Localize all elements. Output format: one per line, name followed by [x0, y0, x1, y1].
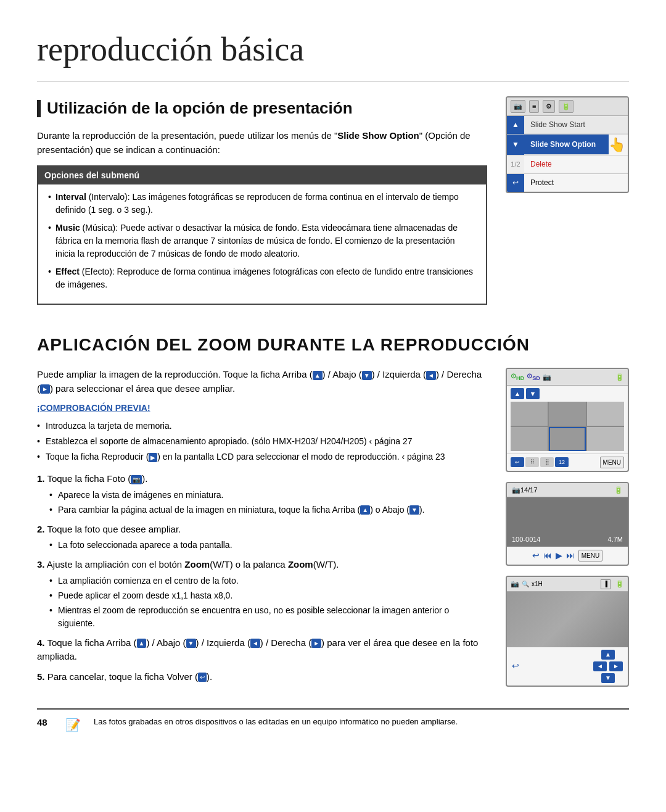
camera-ui-2-header: ⊙HD ⊙SD 📷 🔋: [507, 369, 628, 386]
list-item: Mientras el zoom de reproducción se encu…: [49, 604, 487, 630]
nav-back-btn[interactable]: ↩: [507, 174, 524, 192]
menu-btn-2[interactable]: MENU: [600, 457, 624, 468]
menu-delete[interactable]: Delete: [524, 155, 628, 173]
zoom-lr-row: ◄ ►: [593, 661, 623, 671]
back-icon: ↩: [198, 673, 207, 682]
camera-ui-2-footer: ↩ ⠿ ⣿ 12 MENU: [507, 454, 628, 471]
arrow-right-icon: ►: [40, 384, 50, 394]
camera-ui-1: 📷 ≡ ⚙ 🔋 ▲ Slide Show Start ▼ Slide Show …: [506, 96, 629, 193]
zoomed-photo-display: [507, 592, 628, 647]
grid-large-btn[interactable]: ⣿: [540, 457, 554, 467]
submenu-title: Opciones del submenú: [38, 167, 486, 184]
hand-pointer-icon: 👆: [609, 135, 625, 155]
photo-icon-2: 📷: [543, 372, 551, 383]
nav-up-btn-2[interactable]: ▲: [511, 388, 524, 399]
counter-3: 14/17: [520, 485, 538, 495]
back-btn-4[interactable]: ↩: [512, 660, 519, 673]
zoom-intro: Puede ampliar la imagen de la reproducci…: [37, 368, 487, 396]
submenu-box: Opciones del submenú Interval (Intervalo…: [37, 165, 487, 305]
list-item: Establezca el soporte de almacenamiento …: [37, 435, 487, 448]
step-4: 4. Toque la ficha Arriba (▲) / Abajo (▼)…: [37, 636, 487, 664]
thumbnail[interactable]: [511, 427, 548, 451]
section2-title: APLICACIÓN DEL ZOOM DURANTE LA REPRODUCC…: [37, 332, 629, 358]
battery-icon-2: 🔋: [615, 372, 624, 383]
zoom-label: 🔍: [522, 579, 529, 589]
menu-protect[interactable]: Protect: [524, 174, 628, 192]
arrow-up-2-icon: ▲: [137, 639, 147, 648]
section1-title: Utilización de la opción de presentación: [37, 96, 487, 120]
list-item: La ampliación comienza en el centro de l…: [49, 574, 487, 587]
menu-slide-show-start[interactable]: Slide Show Start: [524, 116, 628, 134]
check-list: Introduzca la tarjeta de memoria. Establ…: [37, 420, 487, 463]
nav-down-btn[interactable]: ▼: [507, 135, 524, 155]
comprobacion-title: ¡COMPROBACIÓN PREVIA!: [37, 402, 487, 415]
main-title: reproducción básica: [37, 25, 629, 81]
numbered-list: 1. Toque la ficha Foto (📷). Aparece la v…: [37, 472, 487, 684]
list-item: Aparece la vista de imágenes en miniatur…: [49, 489, 487, 502]
step-5: 5. Para cancelar, toque la ficha Volver …: [37, 670, 487, 684]
menu-btn-3[interactable]: MENU: [578, 550, 602, 561]
thumbnail-grid: [511, 402, 624, 451]
zoom-nav-4: ▲ ◄ ► ▼: [593, 650, 623, 683]
photo-icon: 📷: [131, 475, 142, 484]
list-item: Introduzca la tarjeta de memoria.: [37, 420, 487, 433]
zoom-down-btn[interactable]: ▼: [601, 673, 615, 683]
note-icon: 📝: [65, 716, 84, 734]
cam-icon-menu: ≡: [529, 100, 539, 113]
list-item: Toque la ficha Reproducir (▶) en la pant…: [37, 450, 487, 463]
grid-small-btn[interactable]: ⠿: [525, 457, 539, 467]
prev-btn-3[interactable]: ⏮: [543, 549, 552, 562]
back-btn-3[interactable]: ↩: [532, 549, 540, 562]
camera-menu-nav-up: ▲ Slide Show Start: [507, 116, 628, 135]
camera-ui-1-header: 📷 ≡ ⚙ 🔋: [507, 97, 628, 116]
bottom-note: 48 📝 Las fotos grabadas en otros disposi…: [37, 708, 629, 734]
num-12-btn[interactable]: 12: [555, 457, 569, 467]
battery-icon-4: 🔋: [615, 579, 624, 589]
camera-uis-right: ⊙HD ⊙SD 📷 🔋 ▲ ▼: [506, 368, 629, 690]
thumbnail[interactable]: [587, 427, 624, 451]
camera-ui-4-header: 📷 🔍 x1H ▐ 🔋: [507, 577, 628, 592]
step-2: 2. Toque la foto que desee ampliar. La f…: [37, 523, 487, 552]
filename-label: 100-0014: [512, 534, 541, 545]
play-btn-3[interactable]: ▶: [556, 549, 562, 562]
arrow-right-2-icon: ►: [311, 639, 321, 648]
camera-menu-delete-row: 1/2 Delete: [507, 155, 628, 174]
note-text: Las fotos grabadas en otros dispositivos…: [94, 716, 458, 728]
thumbnail[interactable]: [587, 402, 624, 426]
step-1: 1. Toque la ficha Foto (📷). Aparece la v…: [37, 472, 487, 516]
list-item: Para cambiar la página actual de la imag…: [49, 503, 487, 516]
hd-icon: ⊙HD: [511, 371, 524, 383]
submenu-list: Interval (Intervalo): Las imágenes fotog…: [48, 191, 476, 291]
section2-text: Puede ampliar la imagen de la reproducci…: [37, 368, 487, 690]
zoom-up-btn[interactable]: ▲: [601, 650, 615, 660]
zoom-right-btn[interactable]: ►: [609, 661, 623, 671]
cam-icon-4: 📷: [511, 579, 519, 589]
cam-icon-settings: ⚙: [543, 100, 555, 113]
arrow-down-2-icon: ▼: [186, 639, 196, 648]
battery-icon-3: 🔋: [614, 485, 623, 495]
camera-ui-4: 📷 🔍 x1H ▐ 🔋 ↩ ▲: [506, 576, 629, 687]
zoom-bar-indicator: ▐: [601, 579, 610, 589]
thumbnail[interactable]: [549, 402, 586, 426]
nav-down-btn-2[interactable]: ▼: [526, 388, 540, 399]
camera-menu-nav-down: ▼ Slide Show Option 👆: [507, 135, 628, 155]
page-number: 48: [37, 716, 56, 730]
sd-icon: ⊙SD: [527, 371, 540, 383]
camera-ui-4-footer: ↩ ▲ ◄ ► ▼: [507, 647, 628, 686]
play-icon: ▶: [149, 453, 157, 462]
thumbnail-selected[interactable]: [549, 427, 586, 451]
back-btn-2[interactable]: ↩: [511, 457, 524, 467]
menu-slide-show-option[interactable]: Slide Show Option: [524, 135, 609, 155]
page-indicator: 1/2: [507, 155, 524, 173]
camera-ui-3-footer: ↩ ⏮ ▶ ⏭ MENU: [507, 547, 628, 565]
arrow-left-icon: ◄: [426, 371, 436, 380]
thumbnail[interactable]: [511, 402, 548, 426]
zoom-left-btn[interactable]: ◄: [593, 661, 607, 671]
camera-ui-2-nav: ▲ ▼: [507, 386, 628, 402]
arrow-up-icon: ▲: [313, 371, 323, 380]
list-item: La foto seleccionada aparece a toda pant…: [49, 539, 487, 552]
cam-icon-battery: 🔋: [559, 100, 574, 113]
next-btn-3[interactable]: ⏭: [566, 549, 575, 562]
nav-up-btn[interactable]: ▲: [507, 116, 524, 134]
section1-intro: Durante la reproducción de la presentaci…: [37, 129, 487, 157]
